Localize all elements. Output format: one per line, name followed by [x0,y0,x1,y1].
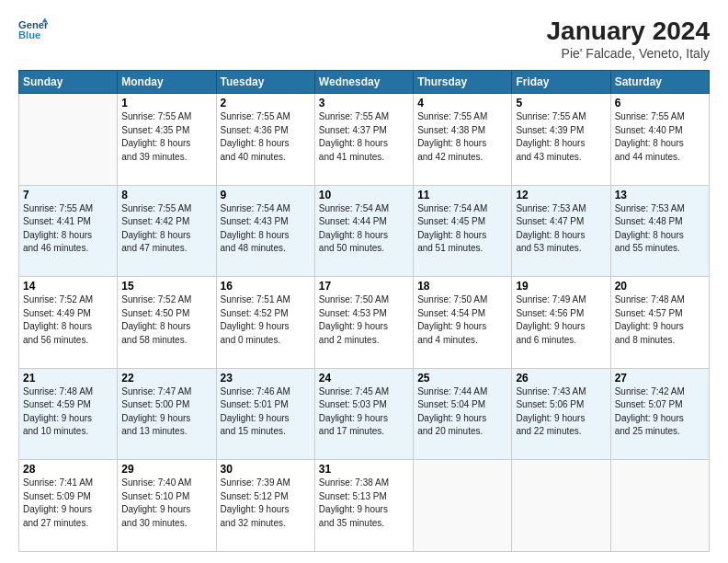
day-info: Sunrise: 7:51 AMSunset: 4:52 PMDaylight:… [221,293,311,347]
column-header-friday: Friday [512,71,610,94]
calendar-cell [512,460,610,552]
calendar-cell: 27Sunrise: 7:42 AMSunset: 5:07 PMDayligh… [610,368,709,460]
calendar-cell: 15Sunrise: 7:52 AMSunset: 4:50 PMDayligh… [118,277,216,369]
day-number: 30 [221,463,311,476]
day-number: 28 [23,463,113,476]
calendar-cell: 25Sunrise: 7:44 AMSunset: 5:04 PMDayligh… [414,368,512,460]
calendar-cell: 22Sunrise: 7:47 AMSunset: 5:00 PMDayligh… [118,368,216,460]
calendar-cell: 2Sunrise: 7:55 AMSunset: 4:36 PMDaylight… [216,94,314,186]
day-info: Sunrise: 7:52 AMSunset: 4:49 PMDaylight:… [23,293,113,347]
calendar-cell: 24Sunrise: 7:45 AMSunset: 5:03 PMDayligh… [314,368,413,460]
day-info: Sunrise: 7:44 AMSunset: 5:04 PMDaylight:… [417,385,507,439]
column-header-tuesday: Tuesday [216,71,314,94]
day-number: 15 [121,280,211,293]
day-info: Sunrise: 7:53 AMSunset: 4:48 PMDaylight:… [615,202,705,256]
day-info: Sunrise: 7:40 AMSunset: 5:10 PMDaylight:… [121,477,211,530]
day-number: 27 [615,372,705,385]
day-info: Sunrise: 7:55 AMSunset: 4:40 PMDaylight:… [615,110,705,164]
day-number: 12 [516,189,606,201]
day-info: Sunrise: 7:55 AMSunset: 4:42 PMDaylight:… [121,202,211,256]
day-info: Sunrise: 7:50 AMSunset: 4:54 PMDaylight:… [417,293,507,347]
page: General Blue January 2024 Pie' Falcade, … [0,0,728,563]
day-number: 9 [221,189,311,201]
day-number: 1 [121,97,211,109]
day-info: Sunrise: 7:48 AMSunset: 4:59 PMDaylight:… [23,385,113,439]
day-number: 21 [23,372,113,385]
calendar-cell [610,460,709,552]
calendar-cell: 26Sunrise: 7:43 AMSunset: 5:06 PMDayligh… [512,368,610,460]
day-number: 23 [221,372,311,385]
day-number: 19 [516,280,606,293]
calendar-cell: 31Sunrise: 7:38 AMSunset: 5:13 PMDayligh… [314,460,413,552]
calendar-cell: 9Sunrise: 7:54 AMSunset: 4:43 PMDaylight… [216,185,314,277]
day-info: Sunrise: 7:55 AMSunset: 4:38 PMDaylight:… [417,110,507,164]
day-number: 3 [319,97,409,109]
calendar-week-row: 7Sunrise: 7:55 AMSunset: 4:41 PMDaylight… [19,185,710,277]
calendar-cell: 4Sunrise: 7:55 AMSunset: 4:38 PMDaylight… [414,94,512,186]
day-number: 16 [221,280,311,293]
day-info: Sunrise: 7:55 AMSunset: 4:37 PMDaylight:… [319,110,409,164]
day-info: Sunrise: 7:48 AMSunset: 4:57 PMDaylight:… [615,293,705,347]
day-number: 7 [23,189,113,201]
header: General Blue January 2024 Pie' Falcade, … [18,17,710,61]
calendar-cell: 14Sunrise: 7:52 AMSunset: 4:49 PMDayligh… [19,277,118,369]
page-title: January 2024 [547,17,710,46]
calendar-cell: 28Sunrise: 7:41 AMSunset: 5:09 PMDayligh… [19,460,118,552]
calendar-cell: 30Sunrise: 7:39 AMSunset: 5:12 PMDayligh… [216,460,314,552]
calendar-table: SundayMondayTuesdayWednesdayThursdayFrid… [18,70,710,552]
day-info: Sunrise: 7:45 AMSunset: 5:03 PMDaylight:… [319,385,409,439]
day-info: Sunrise: 7:55 AMSunset: 4:41 PMDaylight:… [23,202,113,256]
day-number: 4 [417,97,507,109]
svg-text:Blue: Blue [18,29,40,40]
day-info: Sunrise: 7:38 AMSunset: 5:13 PMDaylight:… [319,477,409,530]
calendar-cell: 19Sunrise: 7:49 AMSunset: 4:56 PMDayligh… [512,277,610,369]
day-number: 18 [417,280,507,293]
day-info: Sunrise: 7:54 AMSunset: 4:43 PMDaylight:… [221,202,311,256]
calendar-cell: 10Sunrise: 7:54 AMSunset: 4:44 PMDayligh… [314,185,413,277]
day-info: Sunrise: 7:55 AMSunset: 4:35 PMDaylight:… [121,110,211,164]
day-info: Sunrise: 7:46 AMSunset: 5:01 PMDaylight:… [221,385,311,439]
day-number: 26 [516,372,606,385]
calendar-cell: 12Sunrise: 7:53 AMSunset: 4:47 PMDayligh… [512,185,610,277]
calendar-cell: 16Sunrise: 7:51 AMSunset: 4:52 PMDayligh… [216,277,314,369]
logo: General Blue [18,17,50,46]
day-number: 6 [615,97,705,109]
day-info: Sunrise: 7:41 AMSunset: 5:09 PMDaylight:… [23,477,113,530]
calendar-cell: 6Sunrise: 7:55 AMSunset: 4:40 PMDaylight… [610,94,709,186]
calendar-week-row: 14Sunrise: 7:52 AMSunset: 4:49 PMDayligh… [19,277,710,369]
day-info: Sunrise: 7:53 AMSunset: 4:47 PMDaylight:… [516,202,606,256]
day-info: Sunrise: 7:55 AMSunset: 4:39 PMDaylight:… [516,110,606,164]
page-subtitle: Pie' Falcade, Veneto, Italy [547,46,710,61]
calendar-week-row: 28Sunrise: 7:41 AMSunset: 5:09 PMDayligh… [19,460,710,552]
calendar-cell: 23Sunrise: 7:46 AMSunset: 5:01 PMDayligh… [216,368,314,460]
calendar-cell: 17Sunrise: 7:50 AMSunset: 4:53 PMDayligh… [314,277,413,369]
logo-icon: General Blue [18,17,48,46]
day-info: Sunrise: 7:52 AMSunset: 4:50 PMDaylight:… [121,293,211,347]
day-number: 24 [319,372,409,385]
day-number: 13 [615,189,705,201]
day-info: Sunrise: 7:55 AMSunset: 4:36 PMDaylight:… [221,110,311,164]
day-info: Sunrise: 7:39 AMSunset: 5:12 PMDaylight:… [221,477,311,530]
day-info: Sunrise: 7:50 AMSunset: 4:53 PMDaylight:… [319,293,409,347]
day-number: 5 [516,97,606,109]
day-info: Sunrise: 7:54 AMSunset: 4:45 PMDaylight:… [417,202,507,256]
column-header-saturday: Saturday [610,71,709,94]
day-number: 31 [319,463,409,476]
column-header-wednesday: Wednesday [314,71,413,94]
day-number: 8 [121,189,211,201]
calendar-cell: 11Sunrise: 7:54 AMSunset: 4:45 PMDayligh… [414,185,512,277]
day-info: Sunrise: 7:54 AMSunset: 4:44 PMDaylight:… [319,202,409,256]
calendar-cell [414,460,512,552]
day-number: 14 [23,280,113,293]
day-number: 11 [417,189,507,201]
calendar-cell: 5Sunrise: 7:55 AMSunset: 4:39 PMDaylight… [512,94,610,186]
calendar-cell [19,94,118,186]
calendar-cell: 29Sunrise: 7:40 AMSunset: 5:10 PMDayligh… [118,460,216,552]
calendar-cell: 20Sunrise: 7:48 AMSunset: 4:57 PMDayligh… [610,277,709,369]
calendar-cell: 18Sunrise: 7:50 AMSunset: 4:54 PMDayligh… [414,277,512,369]
day-number: 22 [121,372,211,385]
day-number: 25 [417,372,507,385]
calendar-week-row: 21Sunrise: 7:48 AMSunset: 4:59 PMDayligh… [19,368,710,460]
day-info: Sunrise: 7:49 AMSunset: 4:56 PMDaylight:… [516,293,606,347]
day-info: Sunrise: 7:47 AMSunset: 5:00 PMDaylight:… [121,385,211,439]
